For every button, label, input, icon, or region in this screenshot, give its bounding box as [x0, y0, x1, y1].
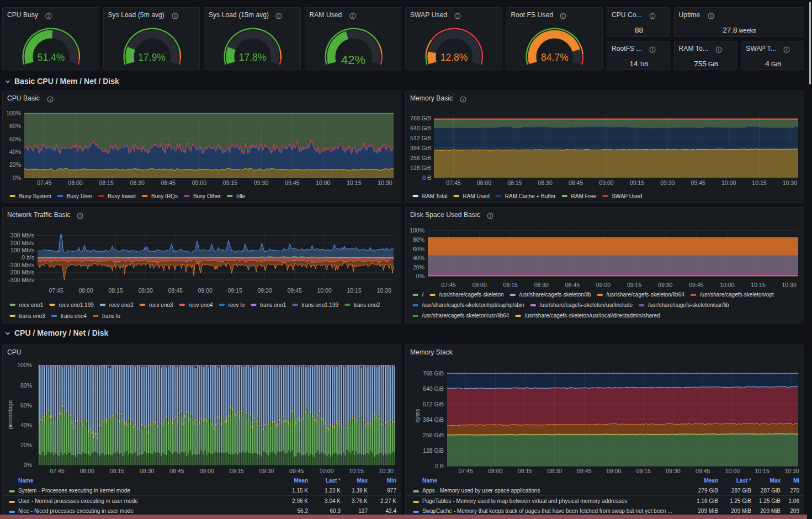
svg-text:10:30: 10:30	[783, 179, 797, 186]
svg-text:Idle: Idle	[236, 193, 246, 199]
svg-text:08:15: 08:15	[99, 179, 113, 186]
svg-text:09:30: 09:30	[666, 468, 680, 474]
svg-text:10:30: 10:30	[782, 282, 796, 288]
svg-text:10:00: 10:00	[725, 468, 740, 474]
svg-text:recv eno2: recv eno2	[109, 302, 134, 308]
svg-text:09:45: 09:45	[289, 468, 304, 474]
svg-text:/usr/share/cagefs-skeleton/opt: /usr/share/cagefs-skeleton/opt/suphp/sbi…	[422, 302, 524, 308]
svg-text:09:00: 09:00	[198, 287, 212, 294]
svg-text:-100 Mb/s: -100 Mb/s	[8, 262, 34, 268]
svg-text:08:45: 08:45	[168, 287, 182, 294]
svg-text:09:15: 09:15	[627, 282, 641, 288]
svg-text:08:45: 08:45	[161, 179, 176, 186]
svg-text:Busy Other: Busy Other	[193, 193, 221, 199]
svg-text:256 GiB: 256 GiB	[423, 432, 444, 439]
svg-text:/usr/share/cagefs-skeleton: /usr/share/cagefs-skeleton	[439, 292, 503, 298]
svg-text:09:15: 09:15	[223, 179, 237, 186]
svg-text:100%: 100%	[410, 227, 424, 234]
svg-text:09:30: 09:30	[658, 282, 672, 288]
svg-text:09:00: 09:00	[599, 179, 613, 186]
svg-text:80%: 80%	[20, 382, 32, 389]
svg-text:09:30: 09:30	[259, 468, 274, 474]
svg-text:/: /	[422, 292, 424, 298]
svg-text:recv eno3: recv eno3	[149, 302, 173, 308]
svg-text:08:00: 08:00	[477, 179, 491, 186]
svg-text:/usr/share/cagefs-skeleton/lib: /usr/share/cagefs-skeleton/lib64	[607, 292, 685, 298]
svg-text:bytes: bytes	[414, 409, 421, 423]
svg-text:128 GiB: 128 GiB	[423, 448, 444, 454]
svg-text:RAM Cache + Buffer: RAM Cache + Buffer	[505, 193, 556, 199]
svg-text:10:30: 10:30	[784, 468, 799, 474]
svg-text:80%: 80%	[413, 236, 424, 243]
svg-text:trans lo: trans lo	[102, 313, 120, 319]
svg-text:09:30: 09:30	[660, 179, 675, 186]
svg-text:08:30: 08:30	[140, 468, 154, 474]
svg-text:0%: 0%	[24, 462, 32, 468]
svg-text:09:45: 09:45	[689, 282, 703, 288]
svg-text:768 GiB: 768 GiB	[410, 115, 431, 121]
svg-text:09:15: 09:15	[636, 468, 651, 474]
svg-text:recv eno1: recv eno1	[19, 302, 44, 308]
svg-text:09:30: 09:30	[254, 179, 268, 186]
svg-text:0 B: 0 B	[435, 463, 444, 470]
svg-text:384 GiB: 384 GiB	[423, 416, 444, 423]
svg-text:08:30: 08:30	[138, 287, 152, 294]
svg-text:10:30: 10:30	[379, 468, 394, 474]
svg-text:10:15: 10:15	[755, 468, 769, 474]
svg-text:08:30: 08:30	[548, 468, 562, 474]
svg-text:100%: 100%	[17, 362, 32, 369]
svg-text:0 B: 0 B	[422, 174, 431, 181]
svg-text:08:45: 08:45	[569, 179, 583, 186]
svg-text:10:30: 10:30	[376, 287, 391, 294]
svg-text:08:45: 08:45	[565, 282, 580, 288]
svg-text:60%: 60%	[20, 402, 32, 409]
svg-text:08:45: 08:45	[169, 468, 184, 474]
svg-text:Busy User: Busy User	[67, 193, 93, 199]
svg-text:512 GiB: 512 GiB	[410, 135, 431, 141]
svg-text:80%: 80%	[9, 123, 21, 129]
svg-text:SWAP Used: SWAP Used	[612, 193, 642, 199]
svg-text:10:00: 10:00	[317, 287, 331, 294]
svg-text:trans eno3: trans eno3	[19, 313, 46, 319]
svg-text:08:00: 08:00	[472, 282, 486, 288]
svg-text:08:00: 08:00	[488, 468, 502, 474]
svg-text:08:00: 08:00	[68, 179, 82, 186]
svg-text:07:45: 07:45	[441, 282, 455, 288]
svg-text:07:45: 07:45	[446, 179, 460, 186]
svg-text:Busy Iowait: Busy Iowait	[108, 193, 136, 199]
svg-text:10:15: 10:15	[349, 468, 363, 474]
svg-text:10:00: 10:00	[721, 179, 736, 186]
svg-text:60%: 60%	[413, 246, 424, 252]
svg-text:40%: 40%	[9, 149, 21, 155]
svg-text:RAM Used: RAM Used	[463, 193, 490, 199]
svg-text:100 Mb/s: 100 Mb/s	[10, 247, 34, 253]
svg-text:640 GiB: 640 GiB	[423, 385, 444, 392]
svg-text:recv eno4: recv eno4	[189, 302, 213, 308]
svg-text:128 GiB: 128 GiB	[410, 165, 431, 171]
svg-text:10:00: 10:00	[316, 179, 330, 186]
svg-text:10:15: 10:15	[347, 287, 361, 294]
svg-text:/usr/share/cagefs-skeleton/usr: /usr/share/cagefs-skeleton/usr/lib	[648, 302, 729, 308]
svg-text:trans eno1: trans eno1	[260, 302, 286, 308]
svg-text:08:15: 08:15	[503, 282, 518, 288]
svg-text:10:00: 10:00	[319, 468, 333, 474]
svg-text:10:00: 10:00	[720, 282, 734, 288]
svg-text:/usr/share/cagefs-skeleton/usr: /usr/share/cagefs-skeleton/usr/include	[540, 302, 633, 308]
svg-text:09:15: 09:15	[630, 179, 644, 186]
svg-text:60%: 60%	[9, 136, 21, 142]
svg-text:Busy System: Busy System	[19, 193, 51, 199]
svg-text:09:45: 09:45	[285, 179, 299, 186]
svg-text:07:45: 07:45	[458, 468, 473, 474]
svg-text:09:30: 09:30	[257, 287, 272, 294]
svg-text:08:00: 08:00	[78, 287, 93, 294]
svg-text:20%: 20%	[9, 161, 21, 168]
svg-text:10:15: 10:15	[751, 282, 765, 288]
svg-text:08:15: 08:15	[507, 179, 522, 186]
svg-text:0%: 0%	[13, 174, 21, 181]
svg-text:20%: 20%	[413, 264, 424, 271]
svg-text:07:45: 07:45	[37, 179, 51, 186]
svg-text:-200 Mb/s: -200 Mb/s	[8, 269, 34, 276]
svg-text:384 GiB: 384 GiB	[410, 145, 431, 151]
svg-text:08:15: 08:15	[108, 287, 123, 294]
svg-text:07:45: 07:45	[49, 287, 63, 294]
